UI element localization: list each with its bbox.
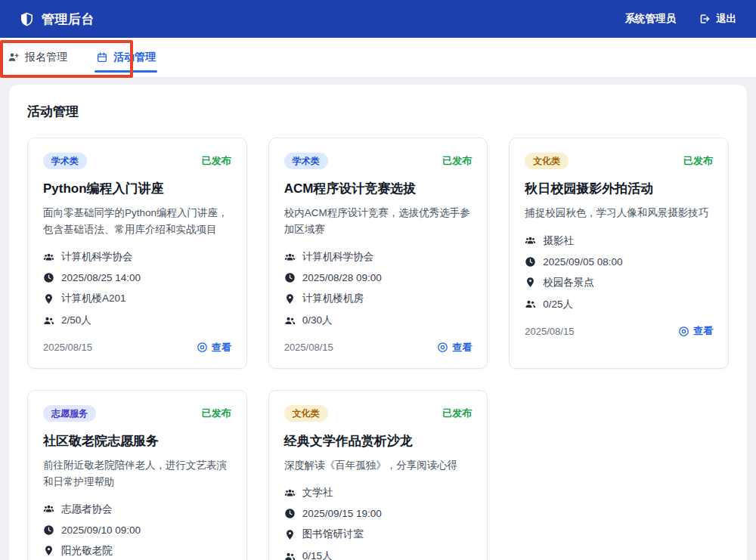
status-badge: 已发布 [202,154,231,168]
category-badge: 文化类 [284,405,328,422]
card-header: 学术类 已发布 [284,153,472,169]
capacity-value: 0/25人 [543,298,573,311]
activity-description: 面向零基础同学的Python编程入门讲座，包含基础语法、常用库介绍和实战项目 [43,205,231,237]
location-row: 图书馆研讨室 [284,524,472,546]
time-row: 2025/08/28 09:00 [284,268,472,288]
organizer-row: 摄影社 [525,230,713,252]
activity-title: 秋日校园摄影外拍活动 [525,181,713,197]
organizer-row: 文学社 [284,482,472,504]
status-badge: 已发布 [202,407,231,420]
brand: 管理后台 [20,11,94,28]
clock-icon [525,256,536,268]
capacity-value: 2/50人 [61,314,91,327]
user-plus-icon [8,51,20,63]
view-link[interactable]: 查看 [197,341,231,354]
created-date: 2025/08/15 [43,342,92,353]
users-icon [284,315,296,326]
map-pin-icon [284,293,296,305]
organizer-row: 志愿者协会 [43,498,231,520]
activity-description: 校内ACM程序设计竞赛，选拔优秀选手参加区域赛 [284,205,472,237]
organizer-value: 摄影社 [543,234,574,248]
shield-icon [20,12,34,26]
tab-bar: 报名管理 活动管理 [0,38,756,78]
tab-activity-management[interactable]: 活动管理 [94,38,157,77]
created-date: 2025/08/15 [284,342,333,353]
location-row: 计算机楼机房 [284,288,472,310]
time-value: 2025/09/10 09:00 [61,524,141,536]
location-value: 校园各景点 [543,276,594,289]
activity-card: 学术类 已发布 ACM程序设计竞赛选拔 校内ACM程序设计竞赛，选拔优秀选手参加… [268,138,488,369]
time-value: 2025/09/15 19:00 [302,508,382,519]
time-value: 2025/09/05 08:00 [543,256,622,268]
capacity-row: 0/25人 [525,293,713,315]
activity-title: 社区敬老院志愿服务 [43,433,231,450]
organizer-value: 计算机科学协会 [302,250,374,264]
tab-label: 活动管理 [113,51,156,64]
category-badge: 志愿服务 [43,405,96,422]
activity-title: 经典文学作品赏析沙龙 [284,433,472,450]
view-link[interactable]: 查看 [678,324,713,338]
eye-icon [678,326,689,337]
activity-description: 深度解读《百年孤独》，分享阅读心得 [284,457,472,474]
status-badge: 已发布 [442,154,472,168]
content-panel: 活动管理 学术类 已发布 Python编程入门讲座 面向零基础同学的Python… [9,85,747,560]
activity-card: 学术类 已发布 Python编程入门讲座 面向零基础同学的Python编程入门讲… [27,138,247,369]
map-pin-icon [43,293,54,305]
organizer-row: 计算机科学协会 [43,246,231,268]
location-row: 阳光敬老院 [43,540,231,560]
group-icon [284,487,296,499]
activity-card: 文化类 已发布 经典文学作品赏析沙龙 深度解读《百年孤独》，分享阅读心得 文学社 [268,390,488,560]
created-date: 2025/08/15 [525,326,574,337]
activity-card: 文化类 已发布 秋日校园摄影外拍活动 捕捉校园秋色，学习人像和风景摄影技巧 摄影… [509,138,729,369]
card-header: 志愿服务 已发布 [43,405,231,422]
group-icon [284,252,296,263]
top-header: 管理后台 系统管理员 退出 [0,0,756,38]
time-row: 2025/08/25 14:00 [43,268,231,288]
group-icon [43,503,54,515]
time-row: 2025/09/05 08:00 [525,252,713,271]
tab-label: 报名管理 [25,51,67,64]
location-value: 计算机楼机房 [302,292,364,305]
activity-description: 前往附近敬老院陪伴老人，进行文艺表演和日常护理帮助 [43,457,231,490]
users-icon [43,315,54,326]
current-user-label: 系统管理员 [625,12,677,26]
time-value: 2025/08/25 14:00 [61,272,141,283]
group-icon [525,235,536,246]
organizer-value: 计算机科学协会 [61,250,133,264]
users-icon [525,299,536,310]
clock-icon [43,524,54,536]
admin-app: 管理后台 系统管理员 退出 [0,0,756,560]
view-label: 查看 [693,324,713,338]
page-title: 活动管理 [27,103,729,120]
view-link[interactable]: 查看 [437,341,472,354]
time-row: 2025/09/10 09:00 [43,520,231,540]
organizer-value: 志愿者协会 [61,503,113,516]
card-footer: 2025/08/15 查看 [525,324,713,338]
location-value: 计算机楼A201 [61,292,126,305]
calendar-icon [96,51,108,63]
map-pin-icon [43,545,54,556]
card-header: 文化类 已发布 [284,405,472,422]
map-pin-icon [525,277,536,288]
category-badge: 学术类 [284,153,328,169]
organizer-value: 文学社 [302,486,333,500]
clock-icon [284,272,296,283]
activity-description: 捕捉校园秋色，学习人像和风景摄影技巧 [525,205,713,221]
header-right: 系统管理员 退出 [625,12,737,26]
capacity-value: 0/30人 [302,314,333,327]
tab-registration-management[interactable]: 报名管理 [6,38,69,77]
status-badge: 已发布 [442,407,472,420]
status-badge: 已发布 [683,154,713,168]
time-value: 2025/08/28 09:00 [302,272,382,283]
location-value: 阳光敬老院 [61,544,113,558]
view-label: 查看 [212,341,231,354]
capacity-row: 2/50人 [43,310,231,332]
logout-icon [699,13,711,25]
card-header: 文化类 已发布 [525,153,713,169]
clock-icon [43,272,54,283]
logout-button[interactable]: 退出 [699,12,736,26]
card-header: 学术类 已发布 [43,153,231,169]
capacity-row: 0/15人 [284,546,472,560]
activity-card-grid: 学术类 已发布 Python编程入门讲座 面向零基础同学的Python编程入门讲… [27,138,729,560]
activity-title: ACM程序设计竞赛选拔 [284,181,472,197]
